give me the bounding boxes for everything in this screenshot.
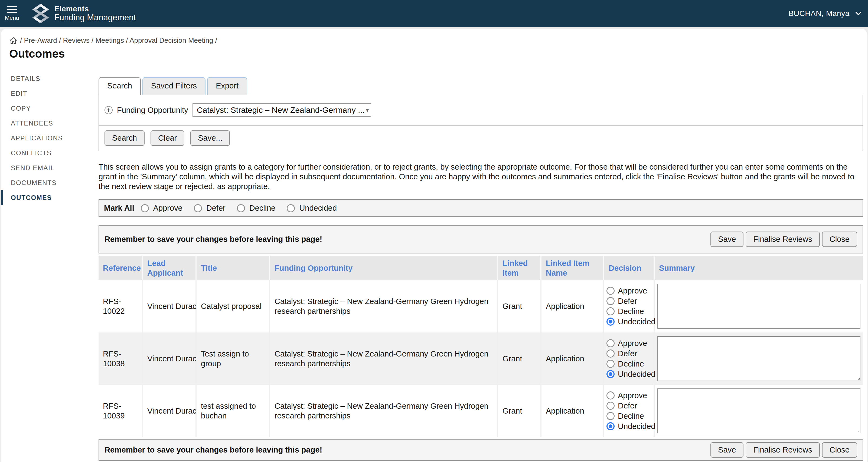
save-reminder-text: Remember to save your changes before lea…	[104, 446, 710, 455]
breadcrumb: / Pre-Award / Reviews / Meetings / Appro…	[1, 29, 867, 45]
home-icon[interactable]	[9, 37, 17, 44]
breadcrumb-link[interactable]: Approval Decision Meeting	[129, 36, 213, 44]
decision-option-decline[interactable]: Decline	[607, 411, 651, 421]
tab-search[interactable]: Search	[98, 77, 141, 95]
user-menu[interactable]: BUCHAN, Manya	[788, 9, 862, 18]
decision-radio-decline[interactable]	[607, 360, 615, 368]
save-bar-bottom: Remember to save your changes before lea…	[98, 439, 863, 461]
cell-lead-applicant: Vincent Durac	[142, 280, 195, 332]
decision-option-decline[interactable]: Decline	[607, 359, 651, 369]
menu-label: Menu	[5, 14, 19, 21]
column-header-reference[interactable]: Reference	[98, 256, 142, 280]
column-header-lead-applicant[interactable]: Lead Applicant	[142, 256, 195, 280]
sidebar-item-conflicts[interactable]: CONFLICTS	[1, 145, 98, 160]
select-arrow-icon: ▼	[365, 107, 370, 113]
tab-export[interactable]: Export	[207, 77, 247, 95]
clear-button[interactable]: Clear	[151, 130, 184, 146]
search-panel: + Funding Opportunity Catalyst: Strategi…	[98, 95, 863, 151]
decision-option-decline[interactable]: Decline	[607, 306, 651, 316]
mark-all-radio-approve[interactable]	[141, 204, 149, 212]
save-button[interactable]: Save	[710, 232, 743, 247]
breadcrumb-link[interactable]: Pre-Award	[24, 36, 57, 44]
decision-radio-approve[interactable]	[607, 287, 615, 295]
decision-radio-defer[interactable]	[607, 297, 615, 305]
mark-all-bar: Mark All ApproveDeferDeclineUndecided	[98, 199, 863, 217]
cell-funding-opportunity: Catalyst: Strategic – New Zealand-German…	[269, 332, 497, 385]
decision-option-undecided[interactable]: Undecided	[607, 369, 651, 379]
mark-all-option-defer[interactable]: Defer	[194, 204, 225, 212]
mark-all-radio-decline[interactable]	[237, 204, 245, 212]
elements-logo-icon	[32, 3, 50, 24]
sidebar-item-edit[interactable]: EDIT	[1, 86, 98, 101]
finalise-reviews-button[interactable]: Finalise Reviews	[746, 232, 820, 247]
funding-opportunity-value: Catalyst: Strategic – New Zealand-German…	[197, 105, 365, 115]
breadcrumb-link[interactable]: Reviews	[63, 36, 89, 44]
decision-option-defer[interactable]: Defer	[607, 401, 651, 410]
decision-radio-undecided[interactable]	[607, 422, 615, 430]
cell-linked-item-name: Application	[540, 280, 603, 332]
decision-radio-approve[interactable]	[607, 391, 615, 399]
summary-textarea[interactable]	[657, 389, 861, 433]
decision-option-approve[interactable]: Approve	[607, 338, 651, 348]
menu-button[interactable]: Menu	[5, 6, 19, 21]
decision-option-defer[interactable]: Defer	[607, 296, 651, 306]
column-header-linked-item[interactable]: Linked Item	[497, 256, 540, 280]
mark-all-radio-undecided[interactable]	[287, 204, 295, 212]
cell-title: test assigned to buchan	[195, 385, 269, 437]
cell-summary	[654, 332, 863, 385]
sidebar: DETAILSEDITCOPYATTENDEESAPPLICATIONSCONF…	[1, 71, 98, 461]
column-header-title[interactable]: Title	[195, 256, 269, 280]
summary-textarea[interactable]	[657, 284, 861, 329]
column-header-linked-item-name[interactable]: Linked Item Name	[540, 256, 603, 280]
sidebar-item-outcomes[interactable]: OUTCOMES	[1, 190, 98, 205]
cell-linked-item-name: Application	[540, 332, 603, 385]
mark-all-option-decline[interactable]: Decline	[237, 204, 276, 212]
decision-radio-approve[interactable]	[607, 339, 615, 347]
mark-all-option-undecided[interactable]: Undecided	[287, 204, 337, 212]
close-button[interactable]: Close	[822, 232, 857, 247]
decision-radio-undecided[interactable]	[607, 370, 615, 378]
save-button[interactable]: Save...	[190, 130, 230, 146]
sidebar-item-send-email[interactable]: SEND EMAIL	[1, 160, 98, 175]
page-title: Outcomes	[9, 47, 867, 60]
cell-funding-opportunity: Catalyst: Strategic – New Zealand-German…	[269, 385, 497, 437]
sidebar-item-documents[interactable]: DOCUMENTS	[1, 175, 98, 190]
save-button[interactable]: Save	[710, 442, 743, 458]
decision-radio-undecided[interactable]	[607, 318, 615, 326]
decision-option-approve[interactable]: Approve	[607, 286, 651, 296]
sidebar-item-copy[interactable]: COPY	[1, 101, 98, 116]
cell-lead-applicant: Vincent Durac	[142, 385, 195, 437]
funding-opportunity-select[interactable]: Catalyst: Strategic – New Zealand-German…	[192, 103, 371, 117]
finalise-reviews-button[interactable]: Finalise Reviews	[746, 442, 820, 458]
expand-plus-icon[interactable]: +	[104, 106, 113, 114]
sidebar-item-details[interactable]: DETAILS	[1, 71, 98, 86]
column-header-funding-opportunity[interactable]: Funding Opportunity	[269, 256, 497, 280]
column-header-decision[interactable]: Decision	[603, 256, 654, 280]
decision-option-approve[interactable]: Approve	[607, 391, 651, 400]
decision-radio-decline[interactable]	[607, 412, 615, 420]
decision-option-defer[interactable]: Defer	[607, 349, 651, 358]
sidebar-item-attendees[interactable]: ATTENDEES	[1, 116, 98, 131]
decision-option-undecided[interactable]: Undecided	[607, 317, 651, 327]
top-bar: Menu Elements Funding Management BUCHAN,…	[0, 0, 868, 27]
main-content: SearchSaved FiltersExport + Funding Oppo…	[98, 71, 863, 461]
decision-radio-defer[interactable]	[607, 350, 615, 358]
decision-radio-decline[interactable]	[607, 307, 615, 316]
search-button[interactable]: Search	[104, 130, 145, 146]
decision-radio-defer[interactable]	[607, 402, 615, 410]
save-bar-top: Remember to save your changes before lea…	[98, 225, 863, 254]
breadcrumb-link[interactable]: Meetings	[95, 36, 124, 44]
cell-funding-opportunity: Catalyst: Strategic – New Zealand-German…	[269, 280, 497, 332]
close-button[interactable]: Close	[822, 442, 857, 458]
chevron-down-icon	[855, 11, 862, 16]
mark-all-radio-defer[interactable]	[194, 204, 202, 212]
column-header-summary[interactable]: Summary	[654, 256, 863, 280]
mark-all-option-approve[interactable]: Approve	[141, 204, 183, 212]
instructions-text: This screen allows you to assign grants …	[98, 162, 863, 191]
tab-saved-filters[interactable]: Saved Filters	[143, 77, 206, 95]
sidebar-item-applications[interactable]: APPLICATIONS	[1, 131, 98, 145]
decision-option-undecided[interactable]: Undecided	[607, 422, 651, 431]
cell-summary	[654, 280, 863, 332]
brand-subtitle: Funding Management	[55, 13, 136, 23]
summary-textarea[interactable]	[657, 336, 861, 381]
